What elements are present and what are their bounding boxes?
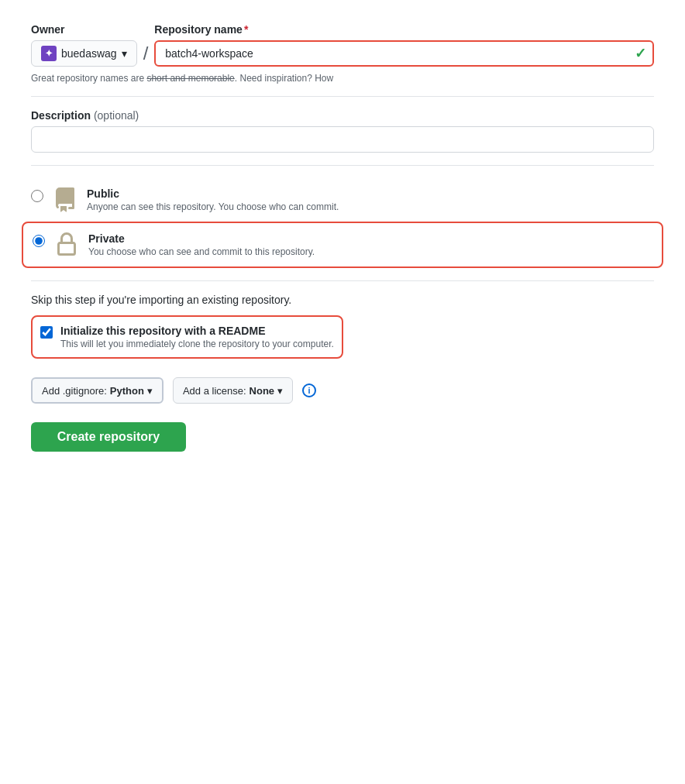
private-option: Private You choose who can see and commi… <box>22 222 663 268</box>
description-label: Description (optional) <box>31 109 654 122</box>
divider-2 <box>31 165 654 166</box>
repo-name-input-wrap: ✓ <box>154 40 654 67</box>
public-content: Public Anyone can see this repository. Y… <box>87 187 654 212</box>
public-option: Public Anyone can see this repository. Y… <box>31 178 654 222</box>
lock-icon <box>54 232 79 257</box>
readme-content: Initialize this repository with a README… <box>60 325 334 349</box>
readme-checkbox[interactable] <box>40 326 53 339</box>
license-arrow-icon: ▾ <box>277 385 283 397</box>
create-repository-button[interactable]: Create repository <box>31 422 186 452</box>
gitignore-value: Python <box>110 385 144 397</box>
slash-divider: / <box>137 40 155 67</box>
optional-text: (optional) <box>94 109 139 122</box>
hint-strikethrough: short and memorable <box>146 73 234 84</box>
gitignore-dropdown[interactable]: Add .gitignore: Python ▾ <box>31 377 164 404</box>
repo-name-label: Repository name* <box>154 23 654 36</box>
license-dropdown[interactable]: Add a license: None ▾ <box>173 377 293 404</box>
init-section: Skip this step if you're importing an ex… <box>31 294 654 404</box>
owner-name: buedaswag <box>61 47 117 60</box>
private-title: Private <box>88 232 652 245</box>
hint-text: Great repository names are short and mem… <box>31 73 654 84</box>
required-star: * <box>244 23 248 36</box>
owner-repo-row: Owner ✦ buedaswag ▾ / Repository name* ✓ <box>31 23 654 67</box>
owner-dropdown-arrow: ▾ <box>122 47 127 60</box>
readme-title: Initialize this repository with a README <box>60 325 334 337</box>
valid-check-icon: ✓ <box>635 45 646 62</box>
public-title: Public <box>87 187 654 200</box>
repo-name-section: Repository name* ✓ <box>154 23 654 67</box>
license-label: Add a license: <box>183 385 246 397</box>
description-group: Description (optional) <box>31 109 654 153</box>
public-desc: Anyone can see this repository. You choo… <box>87 201 654 212</box>
owner-dropdown[interactable]: ✦ buedaswag ▾ <box>31 40 137 67</box>
divider-1 <box>31 96 654 97</box>
license-value: None <box>250 385 275 397</box>
description-input[interactable] <box>31 126 654 153</box>
public-radio[interactable] <box>31 190 43 202</box>
gitignore-label: Add .gitignore: <box>42 385 107 397</box>
private-radio[interactable] <box>33 235 45 247</box>
gitignore-arrow-icon: ▾ <box>147 385 153 397</box>
private-desc: You choose who can see and commit to thi… <box>88 246 652 257</box>
readme-desc: This will let you immediately clone the … <box>60 339 334 349</box>
private-content: Private You choose who can see and commi… <box>88 232 652 257</box>
owner-avatar-icon: ✦ <box>41 46 57 61</box>
repo-name-input[interactable] <box>154 40 654 67</box>
create-btn-wrap: Create repository <box>31 404 654 452</box>
owner-label: Owner <box>31 23 137 36</box>
divider-3 <box>31 280 654 281</box>
owner-section: Owner ✦ buedaswag ▾ <box>31 23 137 67</box>
book-icon <box>53 187 77 212</box>
readme-checkbox-row: Initialize this repository with a README… <box>31 315 343 359</box>
dropdowns-row: Add .gitignore: Python ▾ Add a license: … <box>31 377 654 404</box>
skip-text: Skip this step if you're importing an ex… <box>31 294 654 306</box>
info-icon[interactable]: i <box>302 383 316 397</box>
